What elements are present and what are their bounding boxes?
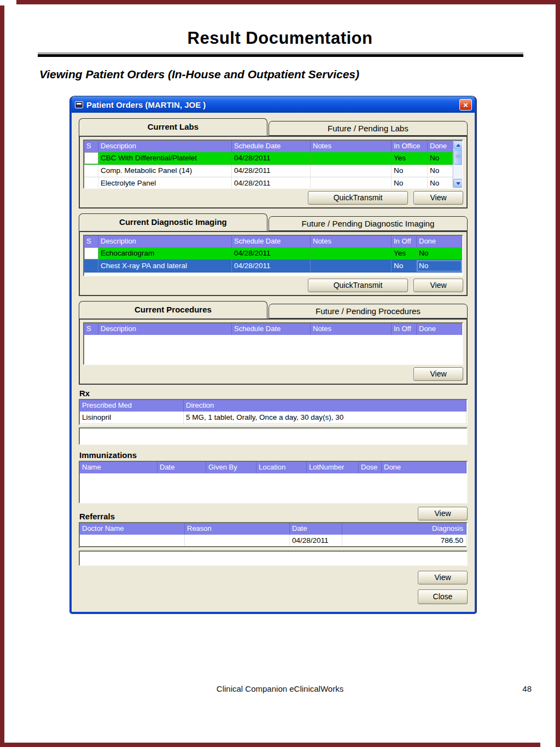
referrals-empty-list[interactable] bbox=[79, 551, 468, 566]
immunizations-table-header: Name Date Given By Location LotNumber Do… bbox=[80, 462, 466, 473]
ref-col-diagnosis[interactable]: Diagnosis bbox=[342, 523, 466, 535]
cell-schedule-date: 04/28/2011 bbox=[232, 165, 311, 177]
procedures-col-schedule-date[interactable]: Schedule Date bbox=[232, 323, 311, 335]
tab-current-procedures[interactable]: Current Procedures bbox=[79, 301, 267, 319]
scroll-up-icon[interactable] bbox=[453, 141, 463, 149]
tab-current-labs[interactable]: Current Labs bbox=[79, 118, 267, 136]
imaging-col-s[interactable]: S bbox=[84, 236, 98, 247]
labs-col-in-office[interactable]: In Office bbox=[392, 141, 428, 152]
immunizations-view-button[interactable]: View bbox=[418, 507, 468, 520]
procedures-col-description[interactable]: Description bbox=[98, 323, 232, 335]
table-row[interactable]: Comp. Metabolic Panel (14) 04/28/2011 No… bbox=[84, 165, 453, 177]
table-row[interactable]: 04/28/2011 786.50 bbox=[80, 535, 466, 547]
row-checkbox-cell[interactable] bbox=[84, 165, 98, 177]
rx-table-header: Prescribed Med Direction bbox=[80, 400, 466, 412]
tab-future-pending-procedures[interactable]: Future / Pending Procedures bbox=[269, 304, 468, 319]
close-button[interactable]: Close bbox=[418, 589, 468, 604]
imm-col-done[interactable]: Done bbox=[382, 462, 466, 473]
footer-page-number: 48 bbox=[522, 684, 532, 693]
table-row[interactable]: Electrolyte Panel 04/28/2011 No No bbox=[84, 177, 453, 189]
procedures-col-done[interactable]: Done bbox=[417, 323, 462, 335]
imaging-tabs: Current Diagnostic Imaging Future / Pend… bbox=[79, 213, 468, 231]
tab-current-diagnostic-imaging[interactable]: Current Diagnostic Imaging bbox=[79, 213, 267, 231]
imm-col-lotnumber[interactable]: LotNumber bbox=[307, 462, 359, 473]
page-title: Result Documentation bbox=[0, 28, 560, 48]
page-border-bottom bbox=[0, 743, 540, 747]
cell-in-office: No bbox=[392, 177, 428, 189]
tab-future-pending-labs[interactable]: Future / Pending Labs bbox=[269, 121, 468, 136]
labs-table: S Description Schedule Date Notes In Off… bbox=[83, 140, 463, 189]
imm-col-date[interactable]: Date bbox=[158, 462, 206, 473]
ref-col-reason[interactable]: Reason bbox=[185, 523, 290, 535]
cell-notes bbox=[311, 177, 392, 189]
patient-orders-dialog: Patient Orders (MARTIN, JOE ) × Current … bbox=[70, 96, 476, 613]
imaging-col-in-off[interactable]: In Off bbox=[392, 236, 417, 247]
referrals-table: Doctor Name Reason Date Diagnosis 04/28/… bbox=[79, 522, 468, 548]
labs-scrollbar[interactable] bbox=[453, 141, 462, 188]
procedures-col-s[interactable]: S bbox=[84, 323, 98, 335]
row-checkbox-cell[interactable] bbox=[84, 152, 98, 164]
row-checkbox-cell[interactable] bbox=[84, 260, 98, 272]
rx-col-prescribed-med[interactable]: Prescribed Med bbox=[80, 400, 184, 412]
imaging-table: S Description Schedule Date Notes In Off… bbox=[83, 235, 463, 276]
labs-col-s[interactable]: S bbox=[84, 141, 98, 152]
labs-view-button[interactable]: View bbox=[413, 191, 463, 205]
procedures-col-notes[interactable]: Notes bbox=[311, 323, 392, 335]
dialog-titlebar[interactable]: Patient Orders (MARTIN, JOE ) × bbox=[72, 96, 475, 113]
cell-schedule-date: 04/28/2011 bbox=[232, 177, 311, 189]
row-checkbox-cell[interactable] bbox=[84, 177, 98, 189]
referrals-table-header: Doctor Name Reason Date Diagnosis bbox=[80, 523, 466, 535]
imaging-view-button[interactable]: View bbox=[413, 279, 463, 292]
rx-col-direction[interactable]: Direction bbox=[184, 400, 466, 412]
labs-col-description[interactable]: Description bbox=[98, 141, 232, 152]
window-icon bbox=[75, 101, 83, 108]
imm-col-dose[interactable]: Dose bbox=[359, 462, 382, 473]
labs-col-done[interactable]: Done bbox=[428, 141, 453, 152]
labs-tabs: Current Labs Future / Pending Labs bbox=[79, 118, 468, 136]
imm-col-given-by[interactable]: Given By bbox=[206, 462, 256, 473]
rx-empty-list[interactable] bbox=[79, 427, 468, 445]
cell-diagnosis: 786.50 bbox=[342, 535, 466, 546]
title-divider bbox=[38, 53, 523, 57]
scroll-down-icon[interactable] bbox=[453, 179, 463, 188]
cell-doctor-name bbox=[80, 535, 185, 546]
table-row[interactable]: CBC With Differential/Platelet 04/28/201… bbox=[84, 152, 453, 165]
imm-col-location[interactable]: Location bbox=[256, 462, 307, 473]
table-row[interactable]: Lisinopril 5 MG, 1 tablet, Orally, Once … bbox=[80, 412, 466, 424]
cell-schedule-date: 04/28/2011 bbox=[232, 247, 311, 259]
procedures-table: S Description Schedule Date Notes In Off… bbox=[83, 322, 463, 365]
quicktransmit-button[interactable]: QuickTransmit bbox=[308, 279, 408, 292]
labs-col-notes[interactable]: Notes bbox=[311, 141, 392, 152]
labs-panel: S Description Schedule Date Notes In Off… bbox=[79, 136, 468, 209]
cell-schedule-date: 04/28/2011 bbox=[232, 152, 311, 164]
cell-in-off: No bbox=[392, 260, 417, 272]
imm-col-name[interactable]: Name bbox=[80, 462, 158, 473]
procedures-view-button[interactable]: View bbox=[413, 367, 463, 381]
cell-done: No bbox=[417, 260, 462, 272]
table-row-selected[interactable]: Chest X-ray PA and lateral 04/28/2011 No… bbox=[84, 260, 462, 273]
tab-future-pending-diagnostic-imaging[interactable]: Future / Pending Diagnostic Imaging bbox=[269, 216, 468, 231]
cell-schedule-date: 04/28/2011 bbox=[232, 260, 311, 272]
page-border-top bbox=[16, 0, 560, 4]
immunizations-table: Name Date Given By Location LotNumber Do… bbox=[79, 461, 468, 503]
procedures-table-header: S Description Schedule Date Notes In Off… bbox=[84, 323, 462, 335]
section-heading: Viewing Patient Orders (In-House and Out… bbox=[39, 68, 359, 81]
close-icon[interactable]: × bbox=[459, 99, 472, 111]
rx-label: Rx bbox=[79, 389, 468, 398]
cell-in-office: Yes bbox=[392, 152, 428, 164]
imaging-col-schedule-date[interactable]: Schedule Date bbox=[232, 236, 311, 247]
row-checkbox-cell[interactable] bbox=[84, 247, 98, 259]
procedures-col-in-off[interactable]: In Off bbox=[392, 323, 417, 335]
referrals-view-button[interactable]: View bbox=[418, 571, 468, 584]
ref-col-doctor-name[interactable]: Doctor Name bbox=[80, 523, 185, 535]
cell-notes bbox=[311, 152, 392, 164]
quicktransmit-button[interactable]: QuickTransmit bbox=[308, 191, 408, 205]
imaging-col-done[interactable]: Done bbox=[417, 236, 462, 247]
imaging-col-notes[interactable]: Notes bbox=[311, 236, 392, 247]
labs-col-schedule-date[interactable]: Schedule Date bbox=[232, 141, 311, 152]
scrollbar-thumb[interactable] bbox=[453, 150, 463, 165]
imaging-col-description[interactable]: Description bbox=[98, 236, 232, 247]
imaging-table-header: S Description Schedule Date Notes In Off… bbox=[84, 236, 462, 247]
ref-col-date[interactable]: Date bbox=[290, 523, 342, 535]
table-row[interactable]: Echocardiogram 04/28/2011 Yes No bbox=[84, 247, 462, 260]
